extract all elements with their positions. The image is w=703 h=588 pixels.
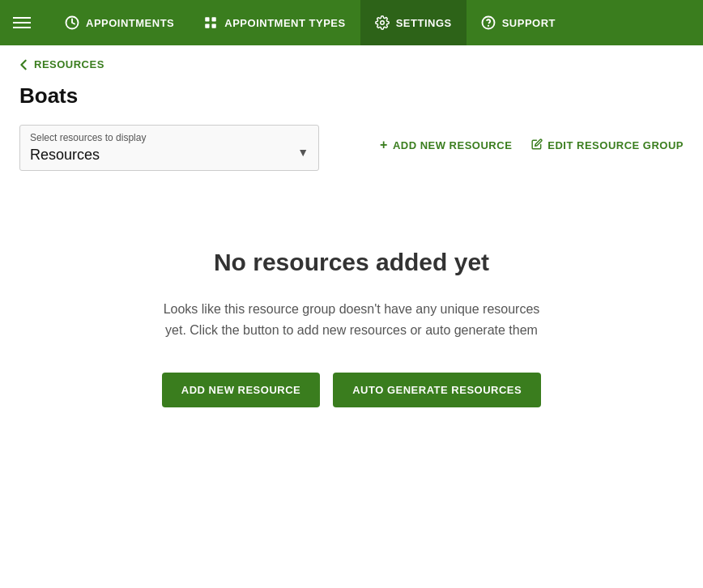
- edit-resource-group-link[interactable]: EDIT RESOURCE GROUP: [531, 138, 684, 152]
- plus-icon: +: [380, 138, 388, 152]
- breadcrumb: RESOURCES: [0, 45, 703, 77]
- add-new-resource-label: ADD NEW RESOURCE: [393, 139, 512, 151]
- breadcrumb-text[interactable]: RESOURCES: [34, 58, 104, 70]
- nav-item-appointment-types[interactable]: APPOINTMENT TYPES: [189, 0, 360, 45]
- add-new-resource-link[interactable]: + ADD NEW RESOURCE: [380, 138, 512, 152]
- svg-rect-4: [212, 24, 216, 28]
- menu-toggle[interactable]: [13, 17, 31, 28]
- empty-state-buttons: ADD NEW RESOURCE AUTO GENERATE RESOURCES: [162, 373, 541, 407]
- nav-item-support[interactable]: SUPPORT: [467, 0, 570, 45]
- nav-support-label: SUPPORT: [502, 17, 556, 29]
- svg-rect-3: [206, 24, 210, 28]
- add-new-resource-button[interactable]: ADD NEW RESOURCE: [162, 373, 320, 407]
- empty-state-title: No resources added yet: [214, 249, 489, 276]
- clock-icon: [65, 15, 79, 30]
- nav-item-settings[interactable]: SETTINGS: [360, 0, 467, 45]
- toolbar: Select resources to display Resources ▼ …: [0, 125, 703, 171]
- question-icon: [481, 15, 496, 30]
- svg-point-5: [380, 21, 384, 25]
- nav-settings-label: SETTINGS: [396, 17, 452, 29]
- nav-appointments-label: APPOINTMENTS: [86, 17, 174, 29]
- empty-state: No resources added yet Looks like this r…: [0, 184, 703, 440]
- nav-appointment-types-label: APPOINTMENT TYPES: [224, 17, 345, 29]
- edit-icon: [531, 138, 543, 152]
- resource-select-dropdown[interactable]: Select resources to display Resources ▼: [19, 125, 319, 171]
- resource-select-label: Select resources to display: [30, 132, 309, 143]
- grid-icon: [203, 15, 218, 30]
- svg-rect-2: [212, 17, 216, 21]
- toolbar-actions: + ADD NEW RESOURCE EDIT RESOURCE GROUP: [380, 125, 684, 152]
- page-title: Boats: [0, 77, 703, 125]
- resource-select-value: Resources: [30, 147, 309, 164]
- empty-state-description: Looks like this resource group doesn't h…: [157, 299, 546, 340]
- nav-item-appointments[interactable]: APPOINTMENTS: [50, 0, 189, 45]
- gear-icon: [375, 15, 390, 30]
- auto-generate-resources-button[interactable]: AUTO GENERATE RESOURCES: [333, 373, 541, 407]
- breadcrumb-back-icon[interactable]: [19, 59, 28, 70]
- chevron-down-icon: ▼: [297, 146, 309, 159]
- edit-resource-group-label: EDIT RESOURCE GROUP: [547, 139, 684, 151]
- top-navigation: APPOINTMENTS APPOINTMENT TYPES: [0, 0, 703, 45]
- svg-rect-1: [206, 17, 210, 21]
